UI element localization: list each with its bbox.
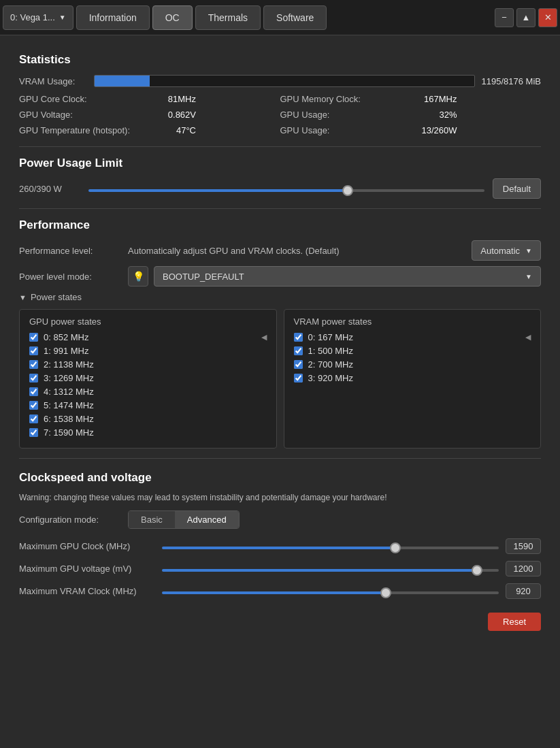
tab-oc[interactable]: OC	[152, 5, 193, 30]
max-gpu-voltage-row: Maximum GPU voltage (mV) 1200	[19, 561, 541, 576]
statistics-section: Statistics VRAM Usage: 1195/8176 MiB GPU…	[19, 53, 541, 137]
list-item: 2: 1138 MHz	[29, 359, 267, 370]
gpu-temp-label: GPU Temperature (hotspot):	[19, 125, 142, 135]
ps0-checkbox[interactable]	[29, 333, 38, 342]
ps4-label: 4: 1312 MHz	[44, 387, 94, 397]
list-item: 5: 1474 MHz	[29, 400, 267, 410]
clockspeed-warning: Warning: changing these values may lead …	[19, 493, 541, 502]
gpu-voltage-row: GPU Voltage: 0.862V	[19, 108, 280, 121]
max-gpu-voltage-slider-container	[162, 564, 499, 574]
vps3-label: 3: 920 MHz	[308, 373, 353, 383]
gpu-temp-row: GPU Temperature (hotspot): 47°C	[19, 124, 280, 137]
minimize-button[interactable]: −	[495, 8, 514, 27]
list-item: 3: 920 MHz	[294, 373, 531, 383]
vps3-checkbox[interactable]	[294, 374, 303, 383]
power-states-grid: GPU power states 0: 852 MHz ◀ 1: 991 MHz…	[19, 309, 541, 449]
gpu-power-states-box: GPU power states 0: 852 MHz ◀ 1: 991 MHz…	[19, 309, 277, 449]
ps4-checkbox[interactable]	[29, 387, 38, 396]
power-mode-dropdown[interactable]: BOOTUP_DEFAULT ▼	[154, 266, 541, 287]
max-gpu-clock-row: Maximum GPU Clock (MHz) 1590	[19, 538, 541, 554]
list-item: 3: 1269 MHz	[29, 373, 267, 383]
basic-mode-button[interactable]: Basic	[129, 511, 175, 528]
main-content: Statistics VRAM Usage: 1195/8176 MiB GPU…	[0, 35, 560, 650]
list-item: 7: 1590 MHz	[29, 427, 267, 438]
max-gpu-clock-label: Maximum GPU Clock (MHz)	[19, 541, 155, 551]
tab-information[interactable]: Information	[76, 5, 150, 30]
tab-thermals[interactable]: Thermals	[195, 5, 261, 30]
gpu-core-clock-label: GPU Core Clock:	[19, 94, 142, 104]
ps1-label: 1: 991 MHz	[44, 346, 88, 356]
vram-value: 1195/8176 MiB	[482, 76, 541, 86]
ps1-checkbox[interactable]	[29, 346, 38, 355]
vps0-label: 0: 167 MHz	[308, 332, 353, 342]
list-item: 2: 700 MHz	[294, 359, 531, 370]
max-gpu-voltage-label: Maximum GPU voltage (mV)	[19, 564, 155, 574]
window-controls: − ▲ ✕	[495, 8, 557, 27]
advanced-mode-button[interactable]: Advanced	[175, 511, 239, 528]
perf-level-dropdown[interactable]: Automatic ▼	[472, 240, 541, 261]
clockspeed-title: Clockspeed and voltage	[19, 471, 541, 485]
max-vram-clock-row: Maximum VRAM Clock (MHz) 920	[19, 583, 541, 599]
list-item: 0: 167 MHz ◀	[294, 332, 531, 342]
vram-power-states-title: VRAM power states	[294, 316, 531, 327]
vram-usage-row: VRAM Usage: 1195/8176 MiB	[19, 75, 541, 87]
ps0-label: 0: 852 MHz	[44, 332, 88, 342]
power-mode-row: Power level mode: 💡 BOOTUP_DEFAULT ▼	[19, 266, 541, 287]
max-vram-clock-slider-container	[162, 586, 499, 596]
perf-level-label: Performance level:	[19, 246, 128, 256]
config-mode-label: Configuration mode:	[19, 515, 128, 525]
max-vram-clock-slider[interactable]	[162, 591, 499, 594]
performance-section: Performance Performance level: Automatic…	[19, 218, 541, 449]
power-limit-section: Power Usage Limit 260/390 W Default	[19, 157, 541, 199]
list-item: 1: 500 MHz	[294, 346, 531, 356]
vps2-checkbox[interactable]	[294, 360, 303, 369]
ps2-checkbox[interactable]	[29, 360, 38, 369]
max-gpu-voltage-slider[interactable]	[162, 569, 499, 572]
max-vram-clock-label: Maximum VRAM Clock (MHz)	[19, 586, 155, 596]
gpu-selector[interactable]: 0: Vega 1... ▼	[3, 5, 73, 30]
ps5-checkbox[interactable]	[29, 401, 38, 410]
gpu-usage1-value: 32%	[403, 110, 457, 120]
ps7-checkbox[interactable]	[29, 428, 38, 437]
list-item: 6: 1538 MHz	[29, 414, 267, 424]
close-button[interactable]: ✕	[538, 8, 557, 27]
ps6-checkbox[interactable]	[29, 414, 38, 423]
power-slider[interactable]	[88, 189, 484, 192]
gpu-voltage-label: GPU Voltage:	[19, 110, 142, 120]
perf-level-chevron: ▼	[525, 247, 532, 255]
gpu-usage2-label: GPU Usage:	[280, 125, 403, 135]
vps0-checkbox[interactable]	[294, 333, 303, 342]
statistics-title: Statistics	[19, 53, 541, 67]
max-gpu-clock-slider[interactable]	[162, 547, 499, 549]
ps7-label: 7: 1590 MHz	[44, 427, 94, 438]
tab-software[interactable]: Software	[263, 5, 327, 30]
gpu-core-clock-row: GPU Core Clock: 81MHz	[19, 93, 280, 105]
titlebar: 0: Vega 1... ▼ Information OC Thermals S…	[0, 0, 560, 35]
ps2-label: 2: 1138 MHz	[44, 359, 94, 370]
default-button[interactable]: Default	[493, 178, 541, 199]
list-item: 4: 1312 MHz	[29, 387, 267, 397]
gpu-memory-clock-value: 167MHz	[403, 94, 457, 104]
ps5-label: 5: 1474 MHz	[44, 400, 94, 410]
power-mode-info-button[interactable]: 💡	[128, 266, 148, 287]
ps3-label: 3: 1269 MHz	[44, 373, 94, 383]
config-mode-row: Configuration mode: Basic Advanced	[19, 510, 541, 529]
clockspeed-section: Clockspeed and voltage Warning: changing…	[19, 471, 541, 631]
max-gpu-clock-slider-container	[162, 541, 499, 551]
reset-button[interactable]: Reset	[488, 613, 541, 631]
perf-level-row: Performance level: Automatically adjust …	[19, 240, 541, 261]
power-mode-label: Power level mode:	[19, 272, 128, 282]
vps1-checkbox[interactable]	[294, 346, 303, 355]
gpu-memory-clock-row: GPU Memory Clock: 167MHz	[280, 93, 542, 105]
gpu-usage1-row: GPU Usage: 32%	[280, 108, 542, 121]
list-item: 0: 852 MHz ◀	[29, 332, 267, 342]
gpu-memory-clock-label: GPU Memory Clock:	[280, 94, 403, 104]
vram-bar-fill	[95, 76, 150, 86]
ps3-checkbox[interactable]	[29, 374, 38, 383]
power-states-header[interactable]: ▼ Power states	[19, 292, 541, 302]
maximize-button[interactable]: ▲	[516, 8, 536, 27]
ps6-label: 6: 1538 MHz	[44, 414, 94, 424]
max-vram-clock-value: 920	[506, 583, 541, 599]
vps0-arrow: ◀	[525, 333, 531, 342]
power-slider-container	[88, 184, 484, 194]
